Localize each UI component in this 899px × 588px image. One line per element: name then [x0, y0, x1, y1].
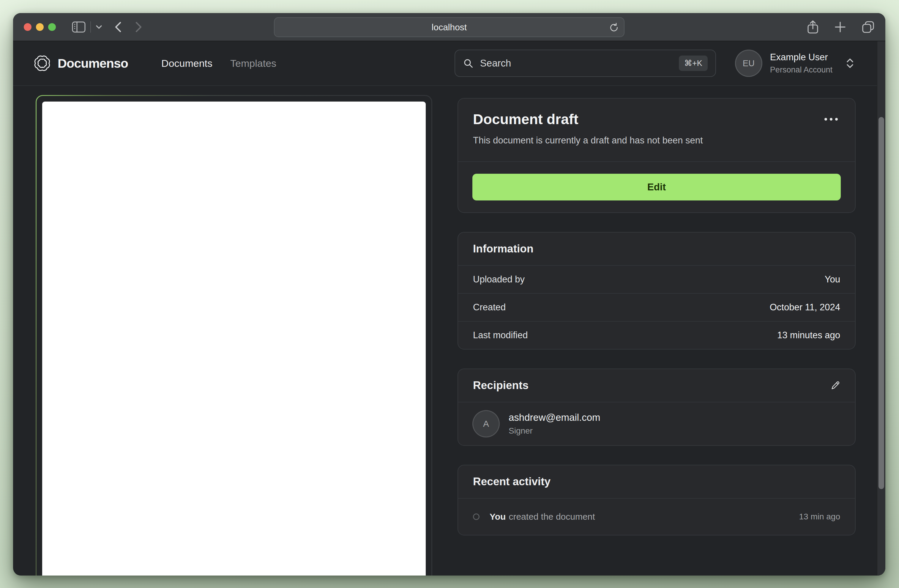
edit-recipients-pencil-icon[interactable] [830, 380, 840, 390]
info-value: 13 minutes ago [777, 330, 840, 341]
search-bar[interactable]: ⌘+K [454, 49, 716, 77]
nav-documents[interactable]: Documents [161, 58, 212, 69]
browser-window: localhost [13, 13, 885, 576]
brand-name: Documenso [58, 56, 128, 71]
info-value: October 11, 2024 [770, 302, 840, 313]
app-header: Documenso Documents Templates ⌘+K EU Exa… [13, 41, 885, 86]
share-icon[interactable] [807, 20, 819, 34]
maximize-window-button[interactable] [48, 23, 56, 31]
main-nav: Documents Templates [161, 58, 276, 69]
sidebar-toggle-icon[interactable] [72, 21, 86, 33]
back-button-icon[interactable] [114, 21, 122, 33]
traffic-lights [24, 23, 56, 31]
information-title: Information [473, 242, 533, 255]
recipients-card: Recipients A ashdrew@email.com Signer [457, 369, 856, 446]
close-window-button[interactable] [24, 23, 31, 31]
recipient-email: ashdrew@email.com [509, 412, 601, 423]
document-page [42, 102, 426, 576]
document-status-subtitle: This document is currently a draft and h… [473, 135, 840, 146]
activity-bullet-icon [473, 514, 479, 520]
info-label: Created [473, 302, 506, 313]
info-value: You [825, 274, 840, 285]
recipient-avatar: A [473, 410, 500, 437]
tab-overview-icon[interactable] [862, 20, 875, 34]
new-tab-icon[interactable] [834, 21, 846, 33]
address-bar[interactable]: localhost [274, 17, 624, 37]
toolbar-separator [90, 22, 91, 32]
search-icon [463, 58, 474, 69]
recipient-role: Signer [509, 426, 601, 436]
more-options-icon[interactable] [822, 116, 840, 123]
document-side-panel: Document draft This document is currentl… [457, 98, 856, 536]
recipient-row: A ashdrew@email.com Signer [473, 410, 841, 437]
activity-action: created the document [509, 512, 595, 522]
browser-titlebar: localhost [13, 13, 885, 41]
forward-button-icon[interactable] [135, 21, 143, 33]
information-card: Information Uploaded by You Created Octo… [457, 232, 856, 350]
minimize-window-button[interactable] [36, 23, 44, 31]
recent-activity-title: Recent activity [473, 475, 550, 488]
info-row-last-modified: Last modified 13 minutes ago [458, 321, 855, 349]
documenso-logo-icon [34, 55, 51, 72]
info-label: Last modified [473, 330, 528, 341]
search-shortcut-badge: ⌘+K [679, 56, 707, 71]
user-avatar: EU [735, 49, 762, 77]
main-content: Document draft This document is currentl… [13, 86, 885, 576]
edit-button[interactable]: Edit [473, 174, 841, 201]
nav-templates[interactable]: Templates [230, 58, 276, 69]
user-name: Example User [770, 52, 833, 63]
account-selector-icon [846, 58, 854, 69]
activity-row: Youcreated the document 13 min ago [458, 498, 855, 535]
search-input[interactable] [480, 58, 672, 69]
scrollbar-track[interactable] [877, 41, 885, 576]
document-status-title: Document draft [473, 111, 578, 127]
recent-activity-card: Recent activity Youcreated the document … [457, 465, 856, 536]
desktop: { "browser": { "url": "localhost" }, "he… [0, 0, 899, 588]
document-preview-inner [37, 96, 431, 576]
brand[interactable]: Documenso [34, 55, 128, 72]
document-draft-card: Document draft This document is currentl… [457, 98, 856, 213]
account-menu[interactable]: EU Example User Personal Account [735, 49, 854, 77]
info-row-created: Created October 11, 2024 [458, 293, 855, 321]
scrollbar-thumb[interactable] [879, 117, 884, 489]
activity-time: 13 min ago [799, 512, 840, 522]
sidebar-chevron-down-icon[interactable] [96, 25, 102, 29]
user-account-type: Personal Account [770, 65, 833, 74]
address-bar-url: localhost [432, 22, 467, 32]
refresh-icon[interactable] [609, 22, 619, 32]
recipients-title: Recipients [473, 379, 528, 392]
info-row-uploaded-by: Uploaded by You [458, 265, 855, 293]
document-preview-frame [36, 95, 432, 576]
activity-actor: You [490, 512, 506, 522]
info-label: Uploaded by [473, 274, 525, 285]
